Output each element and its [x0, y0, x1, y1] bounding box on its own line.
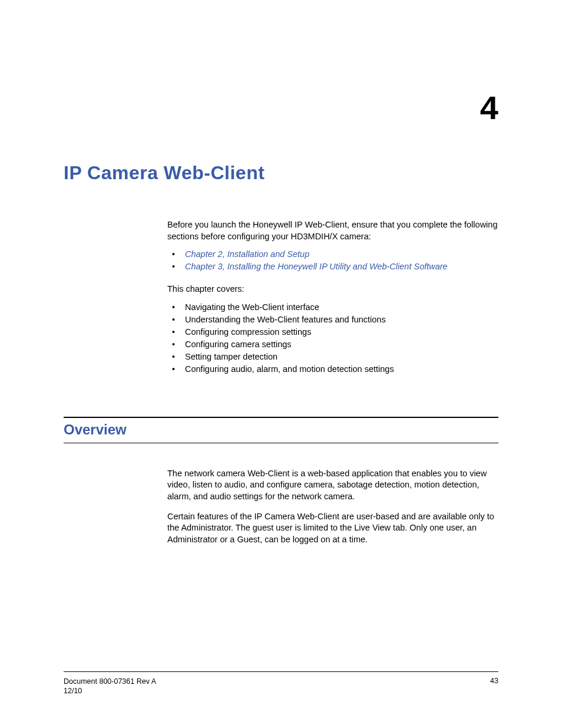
overview-para-1: The network camera Web-Client is a web-b…: [167, 468, 498, 503]
list-item: Chapter 3, Installing the Honeywell IP U…: [167, 261, 498, 273]
list-item: Chapter 2, Installation and Setup: [167, 248, 498, 261]
covers-list: Navigating the Web-Client interface Unde…: [167, 301, 498, 375]
chapter-number: 4: [64, 88, 498, 127]
section-heading-overview: Overview: [64, 417, 498, 443]
chapter-link[interactable]: Chapter 2, Installation and Setup: [185, 249, 309, 259]
page-footer: Document 800-07361 Rev A 12/10 43: [64, 671, 498, 696]
chapter-title: IP Camera Web-Client: [64, 162, 498, 184]
footer-document-id: Document 800-07361 Rev A: [64, 677, 156, 686]
list-item: Setting tamper detection: [167, 351, 498, 363]
footer-date: 12/10: [64, 686, 156, 696]
overview-para-2: Certain features of the IP Camera Web-Cl…: [167, 511, 498, 546]
footer-page-number: 43: [490, 677, 498, 696]
list-item: Understanding the Web-Client features an…: [167, 314, 498, 326]
list-item: Configuring compression settings: [167, 326, 498, 338]
list-item: Configuring audio, alarm, and motion det…: [167, 363, 498, 375]
list-item: Configuring camera settings: [167, 338, 498, 351]
list-item: Navigating the Web-Client interface: [167, 301, 498, 314]
chapter-link[interactable]: Chapter 3, Installing the Honeywell IP U…: [185, 262, 448, 271]
covers-lead: This chapter covers:: [167, 284, 498, 295]
intro-lead: Before you launch the Honeywell IP Web-C…: [167, 219, 498, 242]
intro-link-list: Chapter 2, Installation and Setup Chapte…: [167, 248, 498, 273]
